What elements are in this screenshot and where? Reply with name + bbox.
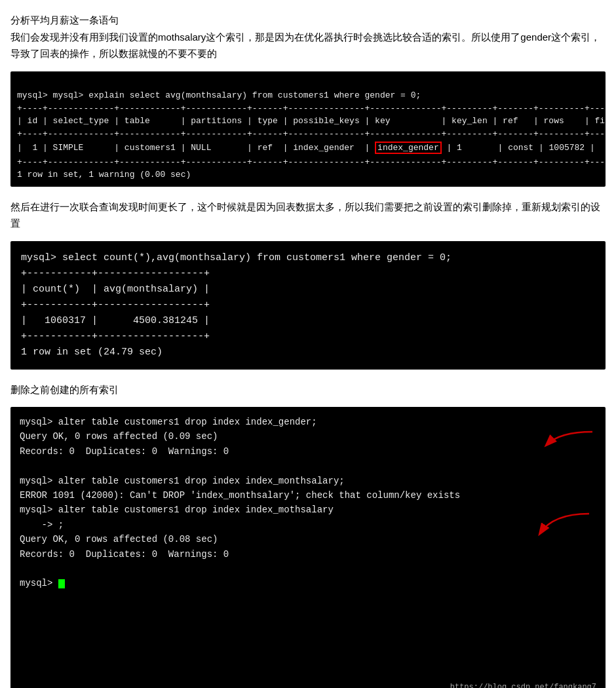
table-result: 1 row in set, 1 warning (0.00 sec) [17, 170, 191, 180]
del-paragraph: 删除之前创建的所有索引 [10, 381, 606, 398]
select-terminal: mysql> select count(*),avg(monthsalary) … [10, 241, 606, 370]
select-sep3: +-----------+------------------+ [21, 331, 210, 342]
prompt: mysql> [20, 578, 65, 588]
explain-terminal: mysql> mysql> explain select avg(monthsa… [10, 71, 606, 187]
table-header: +----+-------------+------------+-------… [17, 104, 606, 167]
drop1-cmd: mysql> alter table customers1 drop index… [20, 417, 317, 427]
drop2-err: ERROR 1091 (42000): Can't DROP 'index_mo… [20, 490, 460, 501]
drop1-ok: Query OK, 0 rows affected (0.09 sec) [20, 431, 218, 442]
drop3-cont: -> ; [20, 520, 64, 530]
intro-line2: 我们会发现并没有用到我们设置的mothsalary这个索引，那是因为在优化器执行… [10, 29, 606, 62]
watermark: https://blog.csdn.net/fangkang7 [20, 681, 596, 688]
drop-terminal-wrapper: mysql> alter table customers1 drop index… [10, 407, 606, 688]
mid-paragraph: 然后在进行一次联合查询发现时间更长了，这个时候就是因为回表数据太多，所以我们需要… [10, 199, 606, 232]
drop-terminal: mysql> alter table customers1 drop index… [10, 407, 606, 688]
intro-paragraph: 分析平均月薪这一条语句 我们会发现并没有用到我们设置的mothsalary这个索… [10, 12, 606, 62]
drop3-ok: Query OK, 0 rows affected (0.08 sec) [20, 534, 218, 545]
mid-text1: 然后在进行一次联合查询发现时间更长了，这个时候就是因为回表数据太多，所以我们需要… [10, 199, 606, 232]
del-text: 删除之前创建的所有索引 [10, 381, 606, 398]
select-sep2: +-----------+------------------+ [21, 299, 210, 311]
drop2-cmd: mysql> alter table customers1 drop index… [20, 476, 345, 486]
red-arrow-1 [540, 425, 599, 451]
drop3-cmd: mysql> alter table customers1 drop index… [20, 505, 334, 515]
explain-query: mysql> mysql> explain select avg(monthsa… [17, 90, 421, 100]
select-sep1: +-----------+------------------+ [21, 268, 210, 279]
select-result: 1 row in set (24.79 sec) [21, 347, 163, 358]
drop3-rec: Records: 0 Duplicates: 0 Warnings: 0 [20, 549, 229, 560]
intro-line1: 分析平均月薪这一条语句 [10, 12, 606, 29]
drop1-rec: Records: 0 Duplicates: 0 Warnings: 0 [20, 446, 229, 457]
select-col: | count(*) | avg(monthsalary) | [21, 284, 210, 295]
select-data: | 1060317 | 4500.381245 | [21, 315, 210, 326]
select-query: mysql> select count(*),avg(monthsalary) … [21, 252, 452, 263]
red-arrow-2 [533, 508, 599, 541]
